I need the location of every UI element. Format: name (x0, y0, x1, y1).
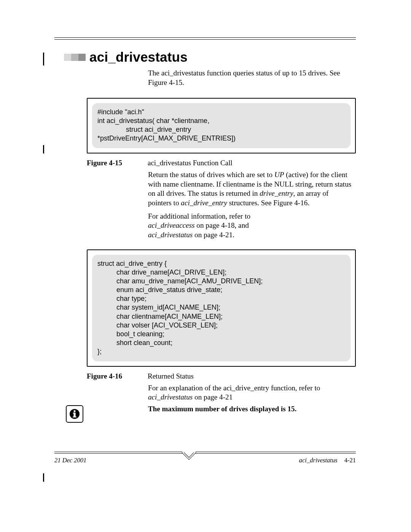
revision-bar (43, 145, 44, 153)
figure-caption-row: Figure 4-16 Returned Status (87, 372, 356, 380)
footer-rule (54, 451, 356, 456)
info-note-row: The maximum number of drives displayed i… (54, 404, 356, 414)
figure-caption: Returned Status (148, 372, 356, 380)
figure-label: Figure 4-15 (87, 159, 148, 167)
revision-bar (43, 53, 44, 66)
footer-date: 21 Dec 2001 (54, 457, 86, 464)
code-figure-2: struct aci_drive_entry { char drive_name… (87, 249, 356, 366)
description-paragraph: Return the status of drives which are se… (148, 170, 352, 240)
page: aci_drivestatus The aci_drivestatus func… (0, 0, 411, 532)
info-icon (66, 405, 83, 423)
explanation-paragraph: For an explanation of the aci_drive_entr… (148, 383, 352, 402)
footer-page-number: 4-21 (344, 457, 356, 464)
figure-caption-row: Figure 4-15 aci_drivestatus Function Cal… (87, 159, 356, 167)
figure-label: Figure 4-16 (87, 372, 148, 380)
svg-rect-4 (73, 417, 76, 417)
svg-point-1 (73, 410, 75, 412)
revision-bar (43, 473, 44, 482)
top-double-rule (54, 37, 356, 40)
figure-caption: aci_drivestatus Function Call (148, 159, 356, 167)
heading-ornament-icon (64, 54, 86, 61)
svg-rect-3 (73, 412, 75, 413)
code-listing: struct aci_drive_entry { char drive_name… (92, 255, 350, 361)
footer-section: aci_drivestatus (299, 457, 338, 464)
section-heading: aci_drivestatus (89, 50, 188, 65)
code-listing: #include "aci.h" int aci_drivestatus( ch… (92, 103, 350, 148)
content-area: aci_drivestatus The aci_drivestatus func… (54, 50, 356, 414)
info-note-text: The maximum number of drives displayed i… (148, 404, 356, 414)
section-heading-row: aci_drivestatus (64, 50, 356, 65)
page-footer: 21 Dec 2001 aci_drivestatus 4-21 (54, 451, 356, 464)
code-figure-1: #include "aci.h" int aci_drivestatus( ch… (87, 98, 356, 153)
intro-paragraph: The aci_drivestatus function queries sta… (148, 69, 352, 87)
footer-right: aci_drivestatus 4-21 (299, 457, 356, 464)
